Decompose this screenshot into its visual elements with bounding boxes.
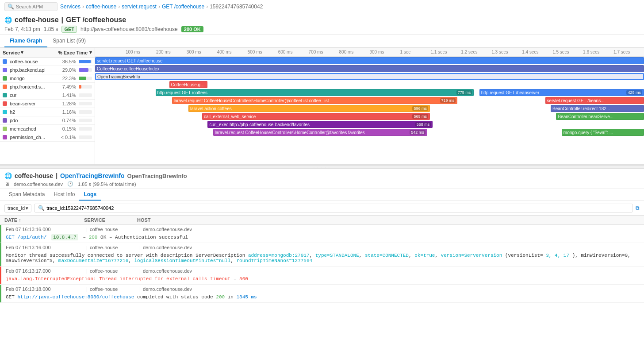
log-date: Feb 07 16:13:18.000	[6, 286, 85, 292]
legend-item[interactable]: curl 1.41%	[0, 91, 95, 100]
service-pct-label: 1.28%	[61, 101, 76, 106]
service-pct-label: 0.74%	[61, 118, 76, 123]
service-color-dot	[3, 85, 7, 89]
service-bar-fill	[79, 60, 91, 63]
tab-span-metadata[interactable]: Span Metadata	[4, 189, 49, 201]
service-bar-fill	[79, 85, 81, 89]
tab-logs[interactable]: Logs	[79, 189, 101, 201]
log-entry: Feb 07 16:13:16.000 | coffee-house | dem…	[0, 243, 644, 267]
chevron-icon[interactable]: ▾	[21, 50, 23, 55]
log-dash: –	[234, 276, 239, 282]
service-name-label: bean-server	[10, 101, 58, 106]
service-bar-fill	[79, 68, 88, 72]
flame-row: CoffeeHouse.getOrder	[95, 81, 644, 89]
external-link-icon[interactable]: ⧉	[636, 205, 640, 211]
tab-flame-graph[interactable]: Flame Graph	[4, 35, 47, 47]
flame-span[interactable]: CoffeeHouse.coffeeHouseIndex	[95, 65, 644, 72]
flame-row: laravel.action coffees596 msBeanControll…	[95, 104, 644, 112]
span-label: mongo.query { "$eval": ...	[564, 130, 613, 135]
log-address: address=mongodb:27017	[248, 253, 310, 258]
flame-row: http.request GET /coffees775 mshttp.requ…	[95, 89, 644, 97]
log-row-meta: Feb 07 16:13:16.000 | coffee-house | dem…	[1, 225, 644, 234]
flame-span[interactable]: laravel.request CoffeeHouse\Controllers\…	[172, 97, 457, 104]
log-row-meta: Feb 07 16:13:18.000 | coffee-house | dem…	[1, 285, 644, 294]
legend-item[interactable]: php.frontend.s... 7.49%	[0, 83, 95, 91]
filter-field-select[interactable]: trace_id ▾	[4, 204, 31, 212]
service-name-label: coffee-house	[10, 59, 58, 64]
legend-item[interactable]: mongo 22.3%	[0, 74, 95, 83]
flame-row: laravel.request CoffeeHouse\Controllers\…	[95, 97, 644, 104]
flame-span[interactable]: OpenTracingBrewInfo	[95, 73, 644, 80]
legend-item[interactable]: bean-server 1.28%	[0, 100, 95, 108]
filter-search-icon: 🔍	[38, 205, 45, 211]
log-method: GET /api/auth/	[6, 235, 46, 240]
ruler-tick: 1 sec	[400, 50, 410, 54]
host-icon: 🖥	[4, 182, 9, 187]
breadcrumb-servlet[interactable]: servlet.request	[122, 4, 157, 10]
log-ip: 10.8.4.7	[51, 234, 78, 240]
flame-span[interactable]: curl_exec http://php-coffeehouse-backend…	[207, 121, 433, 128]
legend-item[interactable]: permission_ch... < 0.1%	[0, 133, 95, 142]
filter-text-input[interactable]	[46, 205, 629, 211]
legend-item[interactable]: pdo 0.74%	[0, 116, 95, 125]
service-color-dot	[3, 93, 7, 97]
service-bar-fill	[79, 77, 86, 80]
log-content: GET /api/auth/ 10.8.4.7 – 200 OK – Authe…	[1, 234, 644, 243]
flame-span[interactable]: call_external_web_service569 ms	[202, 113, 430, 120]
span-operation: OpenTracingBrewInfo	[60, 172, 124, 179]
service-name-label: memcached	[10, 126, 58, 131]
flame-canvas[interactable]: 100 ms200 ms300 ms400 ms500 ms600 ms700 …	[95, 48, 644, 164]
breadcrumb-coffee-house[interactable]: coffee-house	[86, 4, 116, 10]
flame-span-right[interactable]: mongo.query { "$eval": ...	[562, 129, 644, 136]
flame-span-right[interactable]: servlet.request GET /beans...	[545, 97, 644, 104]
ruler-tick: 1.2 secs	[461, 50, 477, 54]
trace-duration: 1.85 s	[44, 26, 58, 32]
flame-span-right[interactable]: BeanController.beanServe...	[556, 113, 644, 120]
span-duration: 1.85 s (99.5% of total time)	[78, 182, 136, 187]
span-duration-badge: 719 ms	[440, 98, 456, 103]
service-name-label: php.frontend.s...	[10, 84, 58, 89]
legend-item[interactable]: h2 1.16%	[0, 108, 95, 116]
ruler-tick: 500 ms	[248, 50, 262, 54]
ruler-tick: 600 ms	[278, 50, 293, 54]
legend-item[interactable]: php.backend.api 29.0%	[0, 66, 95, 74]
log-logical: logicalSessionTimeoutMinutes=null	[134, 258, 230, 263]
search-input[interactable]	[16, 4, 56, 9]
service-pct-label: 7.49%	[61, 84, 76, 89]
flame-span[interactable]: laravel.request CoffeeHouse\Controllers\…	[213, 129, 427, 136]
bottom-tabs: Span Metadata Host Info Logs	[0, 189, 644, 201]
log-entry: Feb 07 16:13:18.000 | coffee-house | dem…	[0, 285, 644, 303]
log-content: java.lang.InterruptedException: Thread i…	[1, 275, 644, 284]
service-bar-fill	[79, 119, 79, 122]
tab-span-list[interactable]: Span List (59)	[47, 35, 91, 47]
flame-span[interactable]: CoffeeHouse.getOrder	[169, 81, 208, 88]
service-name: coffee-house	[15, 16, 59, 24]
search-box[interactable]: 🔍	[4, 2, 58, 11]
log-entry: Feb 07 16:13:17.000 | coffee-house | dem…	[0, 267, 644, 285]
legend-item[interactable]: memcached 0.15%	[0, 125, 95, 133]
service-name-label: php.backend.api	[10, 67, 58, 73]
flame-span[interactable]: servlet.request GET /coffeehouse	[95, 57, 644, 64]
log-exception: java.lang.InterruptedException: Thread i…	[6, 276, 230, 282]
service-col-label: Service	[3, 50, 20, 55]
flame-span-right[interactable]: http.request GET /beanserver429 ms	[479, 89, 644, 96]
tab-host-info[interactable]: Host Info	[49, 189, 79, 201]
exec-time-chevron[interactable]: ▾	[89, 50, 92, 55]
status-badge: 200 OK	[181, 26, 203, 32]
legend-item[interactable]: coffee-house 36.5%	[0, 58, 95, 66]
flame-span[interactable]: laravel.action coffees596 ms	[188, 105, 430, 112]
flame-span-right[interactable]: BeanController.redirect 182...	[551, 105, 644, 112]
resize-handle[interactable]: · · · · ·	[0, 165, 644, 169]
log-filter-row: trace_id ▾ 🔍 ⧉	[0, 201, 644, 216]
flame-span[interactable]: http.request GET /coffees775 ms	[156, 89, 474, 96]
span-service: coffee-house	[15, 172, 53, 179]
trace-date: Feb 7, 4:13 pm	[4, 26, 40, 32]
breadcrumb-get[interactable]: GET /coffeehouse	[162, 4, 204, 10]
filter-input-box[interactable]: 🔍	[34, 204, 633, 212]
span-duration-badge: 775 ms	[456, 90, 472, 95]
breadcrumb-services[interactable]: Services	[60, 4, 80, 10]
log-duration: 1845 ms	[237, 294, 257, 300]
operation-name: GET /coffeehouse	[66, 16, 126, 24]
flame-row: CoffeeHouse.coffeeHouseIndex	[95, 65, 644, 73]
resize-dots-icon: · · · · ·	[314, 165, 330, 169]
